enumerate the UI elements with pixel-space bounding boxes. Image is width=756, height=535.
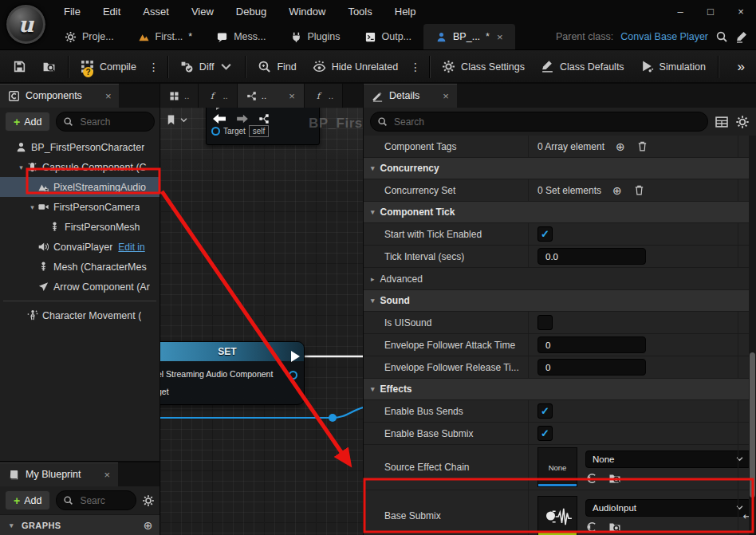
settings-gear-icon[interactable] xyxy=(142,494,155,507)
caret-down-icon[interactable]: ▾ xyxy=(27,203,37,211)
close-icon[interactable]: × xyxy=(104,469,110,481)
maximize-button[interactable]: □ xyxy=(695,0,726,24)
trash-icon[interactable] xyxy=(633,184,645,196)
components-search[interactable] xyxy=(56,112,155,132)
my-blueprint-search[interactable] xyxy=(56,490,136,510)
checkbox[interactable]: ✓ xyxy=(537,426,553,441)
bookmarks-control[interactable] xyxy=(165,114,188,126)
graphs-section-header[interactable]: ▾ GRAPHS ⊕ xyxy=(0,514,159,535)
component-row-capsule-component-c[interactable]: ▾Capsule Component (C xyxy=(0,157,159,177)
close-button[interactable]: × xyxy=(726,0,756,24)
asset-tab-blueprint[interactable]: BP_...*× xyxy=(423,24,515,49)
my-blueprint-search-input[interactable] xyxy=(78,494,129,507)
add-graph-icon[interactable]: ⊕ xyxy=(144,519,153,532)
add-element-icon[interactable]: ⊕ xyxy=(616,140,625,153)
menu-item-window[interactable]: Window xyxy=(278,0,337,24)
component-row-character-movement[interactable]: Character Movement ( xyxy=(0,305,159,325)
section-header-component tick[interactable]: ▾Component Tick xyxy=(364,202,756,223)
close-icon[interactable]: × xyxy=(443,90,449,102)
menu-item-debug[interactable]: Debug xyxy=(225,0,278,24)
compile-button[interactable]: ?Compile xyxy=(73,51,144,83)
search-icon[interactable] xyxy=(715,30,728,43)
simulation-button[interactable]: Simulation xyxy=(632,51,714,83)
my-blueprint-tab[interactable]: My Blueprint × xyxy=(0,462,118,486)
details-tab[interactable]: Details × xyxy=(364,84,457,108)
number-input[interactable]: 0.0 xyxy=(537,248,646,265)
graph-tab-function-graph[interactable]: f.. xyxy=(305,84,343,108)
close-icon[interactable]: × xyxy=(105,90,112,102)
browse-icon[interactable] xyxy=(608,521,621,533)
asset-tab-message-log[interactable]: Mess... xyxy=(204,24,278,49)
target-pin-icon[interactable] xyxy=(211,127,220,136)
toolbar-overflow-button[interactable]: » xyxy=(731,59,751,75)
set-variable-node[interactable]: SET el Streaming Audio Component get xyxy=(160,341,305,405)
hide-unrelated-options-button[interactable]: ⋮ xyxy=(406,61,425,73)
asset-thumbnail[interactable]: None xyxy=(537,447,577,487)
diff-button[interactable]: Diff xyxy=(172,51,242,83)
display-filter-icon[interactable] xyxy=(715,115,729,129)
advanced-expander[interactable]: ▸Advanced xyxy=(364,268,756,290)
exec-output-pin-icon[interactable] xyxy=(291,351,300,362)
menu-item-file[interactable]: File xyxy=(53,0,92,24)
caret-down-icon[interactable]: ▾ xyxy=(16,163,26,171)
number-input[interactable]: 0 xyxy=(537,359,646,376)
browse-asset-button[interactable] xyxy=(34,51,64,83)
close-icon[interactable]: × xyxy=(497,31,503,43)
component-row-firstpersonmesh[interactable]: FirstPersonMesh xyxy=(0,217,159,237)
add-element-icon[interactable]: ⊕ xyxy=(612,184,622,197)
component-row-firstpersoncamera[interactable]: ▾FirstPersonCamera xyxy=(0,197,159,217)
save-button[interactable] xyxy=(5,51,34,83)
component-row-arrow-component-ar[interactable]: Arrow Component (Ar xyxy=(0,277,159,297)
checkbox[interactable]: ✓ xyxy=(537,403,553,419)
arrow-right-icon[interactable] xyxy=(235,114,250,124)
graph-tab-viewport[interactable]: .. xyxy=(160,84,199,108)
component-row-mesh-charactermes[interactable]: Mesh (CharacterMes xyxy=(0,257,159,277)
section-header-concurrency[interactable]: ▾Concurrency xyxy=(364,158,756,179)
close-icon[interactable]: × xyxy=(289,90,295,102)
edit-in-cpp-link[interactable]: Edit in xyxy=(118,242,144,253)
component-row-pixelstreamingaudio[interactable]: PixelStreamingAudio xyxy=(0,177,159,197)
menu-item-help[interactable]: Help xyxy=(384,0,427,24)
component-row-convaiplayer[interactable]: ConvaiPlayerEdit in xyxy=(0,237,159,257)
arrow-left-icon[interactable] xyxy=(211,113,227,124)
details-search[interactable] xyxy=(370,112,708,132)
menu-item-edit[interactable]: Edit xyxy=(92,0,132,24)
variable-output-pin-icon[interactable] xyxy=(289,371,297,380)
asset-tab-project-settings[interactable]: Proje... xyxy=(53,24,126,49)
graph-tab-construction-script[interactable]: f.. xyxy=(199,84,237,108)
use-selected-icon[interactable] xyxy=(585,521,598,533)
details-scrollbar-thumb[interactable] xyxy=(750,352,755,498)
components-search-input[interactable] xyxy=(78,116,148,128)
edit-icon[interactable] xyxy=(735,30,748,43)
add-component-button[interactable]: + Add xyxy=(5,112,50,132)
checkbox[interactable]: ✓ xyxy=(537,226,553,242)
reroute-node[interactable] xyxy=(329,414,337,422)
details-search-input[interactable] xyxy=(392,116,701,128)
class-defaults-button[interactable]: Class Defaults xyxy=(533,51,632,83)
use-selected-icon[interactable] xyxy=(585,472,598,485)
browse-icon[interactable] xyxy=(608,472,621,485)
number-input[interactable]: 0 xyxy=(537,336,646,353)
checkbox[interactable] xyxy=(537,315,553,330)
asset-thumbnail[interactable] xyxy=(537,496,577,535)
event-graph-canvas[interactable]: Target self BP_Firs SET el Streaming Aud… xyxy=(160,108,363,535)
graph-tab-event-graph[interactable]: ..× xyxy=(238,84,305,108)
target-default-value[interactable]: self xyxy=(249,125,270,137)
asset-tab-plugins[interactable]: Plugins xyxy=(278,24,352,49)
details-settings-gear-icon[interactable] xyxy=(735,115,750,129)
compile-options-button[interactable]: ⋮ xyxy=(144,61,163,73)
asset-dropdown[interactable]: None xyxy=(585,450,751,468)
minimize-button[interactable]: – xyxy=(665,0,695,24)
partially-hidden-node[interactable]: Target self xyxy=(206,108,320,145)
parent-class-link[interactable]: Convai Base Player xyxy=(620,31,708,42)
asset-dropdown[interactable]: AudioInput xyxy=(585,499,751,517)
components-tab[interactable]: Components × xyxy=(0,84,119,108)
asset-tab-level[interactable]: First...* xyxy=(126,24,205,49)
menu-item-tools[interactable]: Tools xyxy=(337,0,383,24)
component-row-bp-firstpersoncharacter[interactable]: BP_FirstPersonCharacter xyxy=(0,137,159,157)
menu-item-asset[interactable]: Asset xyxy=(132,0,180,24)
trash-icon[interactable] xyxy=(636,140,648,152)
section-header-effects[interactable]: ▾Effects xyxy=(364,379,756,400)
class-settings-button[interactable]: Class Settings xyxy=(434,51,533,83)
menu-item-view[interactable]: View xyxy=(180,0,225,24)
